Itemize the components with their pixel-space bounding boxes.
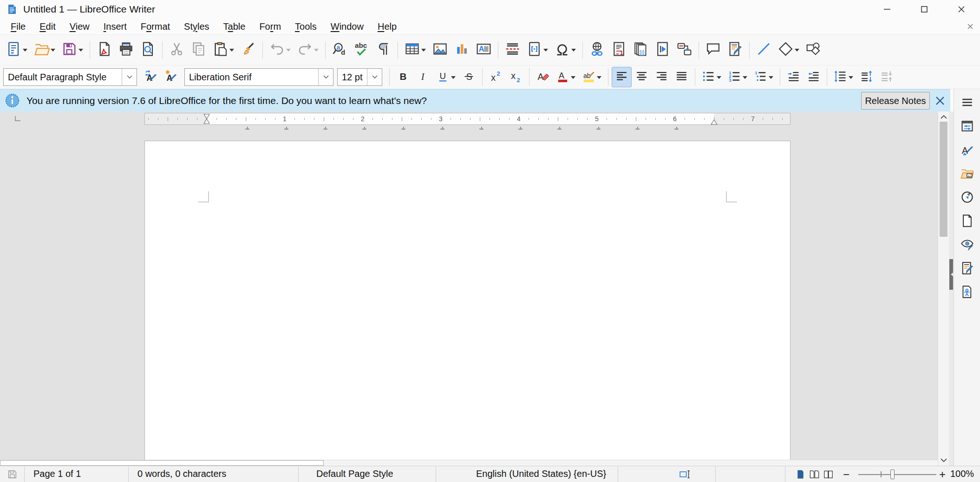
- scroll-up-icon[interactable]: [938, 111, 949, 123]
- outline-list-button[interactable]: 1: [751, 67, 777, 87]
- document-work-area[interactable]: 1234567: [0, 111, 938, 466]
- insert-footnote-button[interactable]: 1: [608, 38, 630, 62]
- sidebar-tab-page[interactable]: [957, 211, 977, 230]
- sidebar-tab-gallery[interactable]: [957, 164, 977, 182]
- dropdown-arrow-icon[interactable]: [420, 46, 426, 54]
- dropdown-arrow-icon[interactable]: [229, 46, 235, 54]
- print-button[interactable]: [115, 38, 137, 62]
- insert-cross-reference-button[interactable]: [673, 38, 695, 62]
- paragraph-style-combo[interactable]: Default Paragraph Style: [3, 68, 137, 86]
- insert-comment-button[interactable]: [702, 38, 724, 62]
- increase-paragraph-spacing-button[interactable]: [856, 67, 876, 87]
- italic-button[interactable]: I: [413, 67, 433, 87]
- dropdown-arrow-icon[interactable]: [794, 46, 800, 54]
- menu-help[interactable]: Help: [371, 20, 404, 34]
- zoom-level-status[interactable]: 100%: [950, 469, 974, 479]
- menu-styles[interactable]: Styles: [177, 20, 216, 34]
- menu-view[interactable]: View: [63, 20, 97, 34]
- sidebar-tab-sidebar-settings[interactable]: [957, 93, 977, 111]
- formatting-marks-button[interactable]: [372, 38, 394, 62]
- dropdown-arrow-icon[interactable]: [542, 46, 549, 54]
- font-name-dropdown[interactable]: [318, 69, 333, 85]
- dropdown-arrow-icon[interactable]: [570, 73, 576, 81]
- scroll-down-icon[interactable]: [938, 455, 949, 466]
- find-replace-button[interactable]: ad: [329, 38, 351, 62]
- insert-special-char-button[interactable]: [551, 38, 579, 62]
- justify-button[interactable]: [672, 67, 692, 87]
- insert-page-break-button[interactable]: [502, 38, 523, 62]
- insert-hyperlink-button[interactable]: [586, 38, 608, 62]
- align-center-button[interactable]: [632, 67, 652, 87]
- word-count-status[interactable]: 0 words, 0 characters: [137, 469, 226, 479]
- open-button[interactable]: [31, 38, 59, 62]
- font-size-combo[interactable]: 12 pt: [337, 68, 382, 86]
- sidebar-tab-styles[interactable]: A: [957, 140, 977, 159]
- infobar-close-icon[interactable]: [934, 94, 947, 107]
- dropdown-arrow-icon[interactable]: [22, 46, 28, 54]
- track-changes-button[interactable]: [724, 38, 746, 62]
- menu-tools[interactable]: Tools: [288, 20, 324, 34]
- superscript-button[interactable]: x2: [486, 67, 506, 87]
- print-preview-button[interactable]: [137, 38, 159, 62]
- page-style-status[interactable]: Default Page Style: [316, 469, 393, 479]
- font-color-button[interactable]: A: [553, 67, 579, 87]
- insert-table-button[interactable]: [401, 38, 429, 62]
- insert-textbox-button[interactable]: A: [473, 38, 495, 62]
- zoom-out-icon[interactable]: −: [843, 468, 849, 481]
- ordered-list-button[interactable]: 123: [725, 67, 751, 87]
- dropdown-arrow-icon[interactable]: [848, 73, 854, 81]
- line-spacing-button[interactable]: [830, 67, 856, 87]
- dropdown-arrow-icon[interactable]: [570, 46, 576, 54]
- insert-bookmark-button[interactable]: [652, 38, 673, 62]
- clear-formatting-button[interactable]: A: [533, 67, 553, 87]
- menu-format[interactable]: Format: [134, 20, 177, 34]
- new-style-button[interactable]: A: [161, 67, 181, 87]
- highlight-color-button[interactable]: ab: [579, 67, 605, 87]
- bold-button[interactable]: B: [393, 67, 413, 87]
- sidebar-hide-handle[interactable]: [949, 259, 953, 290]
- draw-functions-button[interactable]: [803, 38, 824, 62]
- decrease-indent-button[interactable]: [804, 67, 823, 87]
- left-indent-marker[interactable]: [203, 114, 210, 126]
- page-number-status[interactable]: Page 1 of 1: [33, 469, 81, 479]
- single-page-view-icon[interactable]: [795, 469, 806, 480]
- font-size-dropdown[interactable]: [367, 69, 382, 85]
- underline-button[interactable]: U: [433, 67, 459, 87]
- sidebar-tab-manage-changes[interactable]: [957, 259, 977, 277]
- paragraph-style-dropdown[interactable]: [122, 69, 137, 85]
- align-right-button[interactable]: [652, 67, 672, 87]
- spelling-button[interactable]: abc: [351, 38, 372, 62]
- update-style-button[interactable]: A: [141, 67, 161, 87]
- zoom-slider-track[interactable]: [858, 474, 936, 475]
- sidebar-tab-navigator[interactable]: [957, 188, 977, 206]
- strikethrough-button[interactable]: S: [459, 67, 479, 87]
- insert-field-button[interactable]: [523, 38, 551, 62]
- dropdown-arrow-icon[interactable]: [768, 73, 774, 81]
- menu-table[interactable]: Table: [216, 20, 253, 34]
- sidebar-tab-style-inspector[interactable]: [957, 235, 977, 254]
- horizontal-ruler[interactable]: 1234567: [144, 113, 791, 125]
- insert-chart-button[interactable]: [451, 38, 473, 62]
- sidebar-tab-properties[interactable]: [957, 117, 977, 135]
- basic-shapes-button[interactable]: [775, 38, 803, 62]
- book-view-icon[interactable]: [823, 469, 834, 480]
- close-document-icon[interactable]: [964, 20, 976, 33]
- dropdown-arrow-icon[interactable]: [596, 73, 602, 81]
- menu-window[interactable]: Window: [324, 20, 371, 34]
- menu-insert[interactable]: Insert: [97, 20, 134, 34]
- export-pdf-button[interactable]: [93, 38, 115, 62]
- release-notes-button[interactable]: Release Notes: [861, 92, 930, 110]
- insert-image-button[interactable]: [429, 38, 451, 62]
- align-left-button[interactable]: [612, 67, 632, 87]
- clone-formatting-button[interactable]: [237, 38, 259, 62]
- dropdown-arrow-icon[interactable]: [78, 46, 84, 54]
- increase-indent-button[interactable]: [784, 67, 804, 87]
- dropdown-arrow-icon[interactable]: [313, 46, 319, 54]
- right-margin-marker[interactable]: [711, 118, 718, 127]
- selection-mode-icon[interactable]: [679, 469, 691, 481]
- dropdown-arrow-icon[interactable]: [450, 73, 456, 81]
- dropdown-arrow-icon[interactable]: [742, 73, 748, 81]
- paste-button[interactable]: [209, 38, 237, 62]
- unordered-list-button[interactable]: [699, 67, 725, 87]
- new-document-button[interactable]: [3, 38, 31, 62]
